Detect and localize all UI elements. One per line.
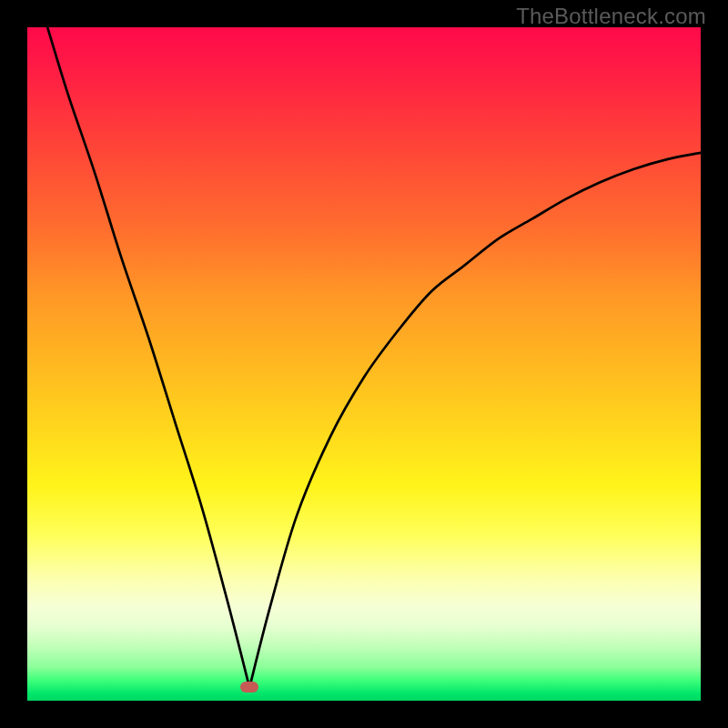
curve-layer xyxy=(27,27,701,701)
plot-area xyxy=(27,27,701,701)
attribution-text: TheBottleneck.com xyxy=(516,4,706,29)
chart-frame: TheBottleneck.com xyxy=(0,0,728,728)
sweet-spot-marker xyxy=(240,682,258,693)
bottleneck-curve xyxy=(47,27,701,687)
